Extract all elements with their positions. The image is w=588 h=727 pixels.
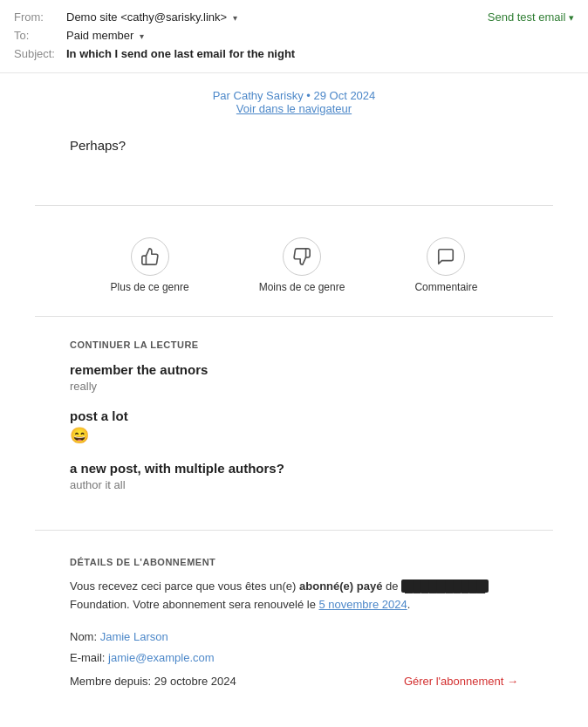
from-label: From:	[14, 10, 66, 24]
send-test-email-link[interactable]: Send test email ▾	[488, 10, 574, 24]
email-row: E-mail: jamie@example.com	[70, 648, 518, 669]
thumbs-up-icon	[131, 237, 169, 276]
renewal-date-link[interactable]: 5 novembre 2024	[318, 598, 407, 611]
comment-label: Commentaire	[414, 281, 477, 293]
divider-2	[35, 316, 553, 317]
subject-value: In which I send one last email for the n…	[66, 47, 295, 60]
post-title-3[interactable]: a new post, with multiple authors?	[70, 461, 518, 476]
email-label: E-mail:	[70, 651, 108, 664]
email-body: Par Cathy Sarisky • 29 Oct 2024 Voir dan…	[0, 73, 588, 710]
divider-3	[35, 530, 553, 531]
post-item-2: post a lot 😄	[70, 408, 518, 445]
email-content: Perhaps?	[0, 124, 588, 188]
subscription-label: DÉTAILS DE L'ABONNEMENT	[70, 557, 518, 567]
email-greeting: Perhaps?	[70, 138, 518, 153]
reaction-more-like-this[interactable]: Plus de ce genre	[111, 237, 189, 293]
less-like-this-label: Moins de ce genre	[259, 281, 345, 293]
reaction-less-like-this[interactable]: Moins de ce genre	[259, 237, 345, 293]
continue-label: CONTINUER LA LECTURE	[70, 339, 518, 350]
post-subtitle-3: author it all	[70, 478, 518, 491]
subscription-text: Vous recevez ceci parce que vous êtes un…	[70, 578, 518, 614]
membre-text: Membre depuis: 29 octobre 2024	[70, 671, 236, 693]
to-value: Paid member ▾	[66, 29, 144, 42]
membre-label: Membre depuis:	[70, 675, 154, 688]
post-subtitle-1: really	[70, 380, 518, 393]
subscription-text-3: Foundation. Votre abonnement sera renouv…	[70, 598, 318, 611]
email-header: From: Demo site <cathy@sarisky.link> ▾ S…	[0, 0, 588, 73]
from-value: Demo site <cathy@sarisky.link> ▾	[66, 10, 237, 24]
divider-1	[35, 205, 553, 206]
to-dropdown-icon[interactable]: ▾	[140, 31, 144, 41]
post-subtitle-2: 😄	[70, 426, 518, 445]
view-browser-link[interactable]: Voir dans le navigateur	[236, 102, 352, 115]
continue-reading-section: CONTINUER LA LECTURE remember the autnor…	[0, 326, 588, 516]
comment-icon	[427, 237, 465, 276]
email-value: jamie@example.com	[108, 651, 215, 664]
post-title-2[interactable]: post a lot	[70, 408, 518, 423]
subscription-text-2: de	[382, 580, 398, 593]
subscription-text-4: .	[407, 598, 411, 611]
subject-label: Subject:	[14, 47, 66, 60]
reaction-comment[interactable]: Commentaire	[414, 237, 477, 293]
from-dropdown-icon[interactable]: ▾	[233, 13, 237, 23]
email-meta: Par Cathy Sarisky • 29 Oct 2024 Voir dan…	[0, 73, 588, 124]
more-like-this-label: Plus de ce genre	[111, 281, 189, 293]
membre-value: 29 octobre 2024	[154, 675, 236, 688]
thumbs-down-icon	[283, 237, 321, 276]
redacted-text: ██████████	[401, 580, 489, 593]
manage-row: Membre depuis: 29 octobre 2024 Gérer l'a…	[70, 671, 518, 693]
subscriber-details: Nom: Jamie Larson E-mail: jamie@example.…	[70, 627, 518, 693]
to-label: To:	[14, 29, 66, 42]
nom-value: Jamie Larson	[100, 630, 168, 643]
post-title-1[interactable]: remember the autnors	[70, 362, 518, 377]
manage-subscription-link[interactable]: Gérer l'abonnement →	[404, 671, 518, 693]
post-item-3: a new post, with multiple authors? autho…	[70, 461, 518, 491]
subscription-bold: abonné(e) payé	[299, 580, 382, 593]
nom-row: Nom: Jamie Larson	[70, 627, 518, 648]
reactions-row: Plus de ce genre Moins de ce genre Comme…	[0, 223, 588, 307]
nom-label: Nom:	[70, 630, 100, 643]
subscription-text-1: Vous recevez ceci parce que vous êtes un…	[70, 580, 299, 593]
author-date: Par Cathy Sarisky • 29 Oct 2024	[14, 89, 574, 102]
post-item-1: remember the autnors really	[70, 362, 518, 393]
subscription-section: DÉTAILS DE L'ABONNEMENT Vous recevez cec…	[0, 545, 588, 710]
send-test-arrow-icon: ▾	[569, 12, 574, 23]
